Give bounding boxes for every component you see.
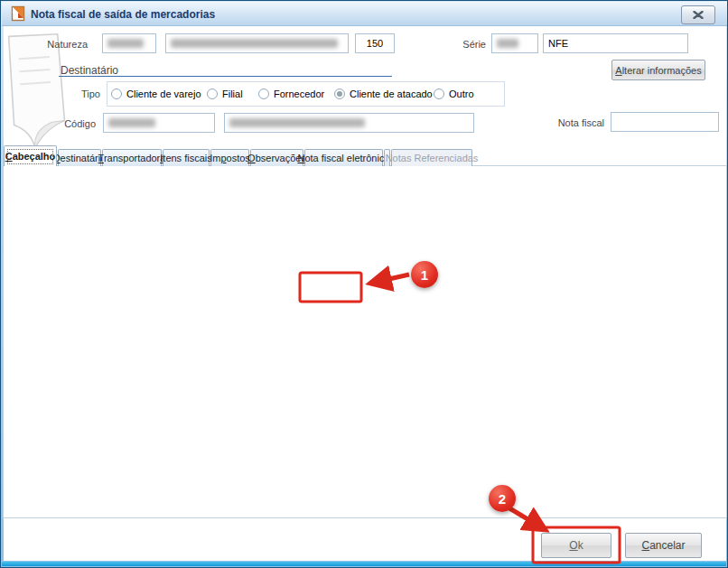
tab-destinatario[interactable]: Destinatário	[58, 149, 101, 166]
close-icon	[693, 11, 704, 19]
radio-circle-selected	[334, 88, 345, 99]
radio-circle	[434, 88, 444, 99]
redacted-value	[107, 39, 144, 48]
serie-model-field[interactable]: NFE	[543, 33, 688, 53]
cancel-button[interactable]: Cancelar	[625, 533, 702, 558]
cabecalho-tab-page	[3, 165, 727, 518]
radio-cliente-atacado[interactable]: Cliente de atacado	[334, 88, 433, 100]
radio-fornecedor[interactable]: Fornecedor	[258, 88, 324, 100]
nota-fiscal-field[interactable]	[611, 112, 719, 132]
radio-cliente-varejo[interactable]: Cliente de varejo	[111, 88, 201, 100]
radio-circle	[111, 88, 122, 99]
natureza-label: Natureza	[26, 39, 88, 50]
tab-notas-referenciadas: Notas Referenciadas	[391, 149, 472, 166]
redacted-value	[171, 39, 338, 48]
tab-impostos[interactable]: Impostos	[210, 149, 249, 166]
tipo-label: Tipo	[64, 88, 100, 99]
nota-fiscal-dialog: Nota fiscal de saída de mercadorias Natu…	[0, 0, 728, 568]
close-button[interactable]	[681, 5, 715, 24]
destinatario-group-label: Destinatário	[61, 64, 118, 77]
redacted-value	[497, 39, 518, 48]
radio-circle	[258, 88, 269, 99]
natureza-number-field[interactable]: 150	[355, 33, 395, 53]
destinatario-underline	[59, 76, 392, 77]
serie-label: Série	[442, 39, 486, 50]
annotation-step-2: 2	[489, 485, 516, 512]
natureza-desc-field[interactable]	[165, 33, 349, 53]
alterar-informacoes-button[interactable]: Alterar informações	[611, 60, 705, 80]
codigo-field[interactable]	[103, 113, 215, 133]
window-title: Nota fiscal de saída de mercadorias	[31, 8, 215, 21]
dialog-bottom-border	[2, 562, 726, 566]
tab-cabecalho[interactable]: Cabeçalho	[4, 145, 57, 166]
tab-transportadora[interactable]: Transportadora	[102, 149, 162, 166]
app-icon	[10, 5, 27, 23]
radio-filial[interactable]: Filial	[207, 88, 243, 100]
natureza-code-field[interactable]	[102, 33, 156, 53]
radio-outro[interactable]: Outro	[434, 88, 474, 100]
title-bar: Nota fiscal de saída de mercadorias	[2, 2, 728, 26]
redacted-value	[108, 118, 155, 127]
radio-circle	[207, 88, 218, 99]
codigo-nome-field[interactable]	[224, 113, 474, 133]
codigo-label: Código	[55, 118, 96, 129]
serie-field[interactable]	[491, 33, 538, 53]
tab-nota-fiscal-eletronica[interactable]: Nota fiscal eletrônica	[304, 149, 383, 166]
tab-itens-fiscais[interactable]: Itens fiscais	[163, 149, 210, 166]
ok-button[interactable]: Ok	[541, 533, 611, 558]
nota-fiscal-label: Nota fiscal	[550, 117, 604, 128]
annotation-step-1: 1	[411, 261, 438, 288]
tab-observacoes[interactable]: Observações	[250, 149, 303, 166]
redacted-value	[229, 118, 365, 127]
